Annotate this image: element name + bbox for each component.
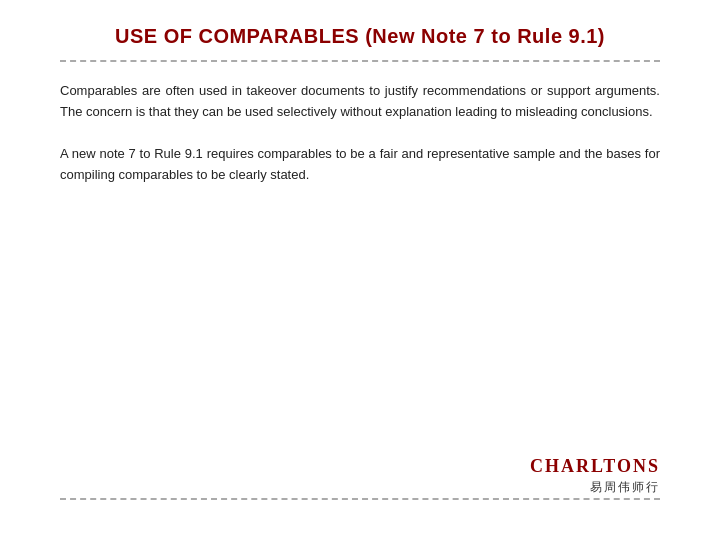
- slide-container: USE OF COMPARABLES (New Note 7 to Rule 9…: [0, 0, 720, 540]
- paragraph-2: A new note 7 to Rule 9.1 requires compar…: [60, 143, 660, 186]
- bottom-border-line: [60, 498, 660, 500]
- logo-name: CHARLTONS: [530, 456, 660, 477]
- logo-area: CHARLTONS 易周伟师行: [530, 456, 660, 496]
- logo-chinese: 易周伟师行: [530, 479, 660, 496]
- paragraph-1: Comparables are often used in takeover d…: [60, 80, 660, 123]
- content-area: Comparables are often used in takeover d…: [60, 80, 660, 460]
- top-border-line: [60, 60, 660, 62]
- slide-title: USE OF COMPARABLES (New Note 7 to Rule 9…: [60, 25, 660, 48]
